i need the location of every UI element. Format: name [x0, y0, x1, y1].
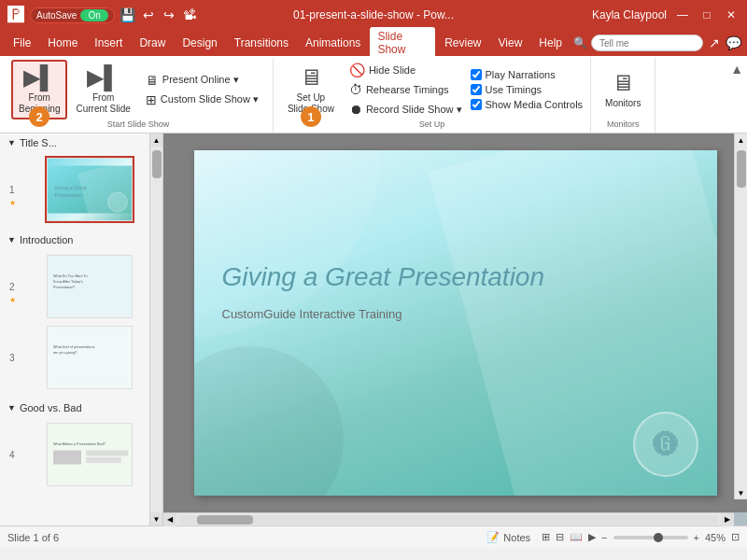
search-icon: 🔍: [573, 36, 587, 49]
section-arrow-2: ▼: [7, 235, 16, 245]
slide-panel-content: ▼ Title S... 1 ★: [0, 133, 162, 488]
monitors-buttons: 🖥 Monitors: [599, 60, 647, 119]
redo-icon[interactable]: ↪: [162, 7, 176, 22]
slide-4-thumb[interactable]: What Makes a Presentation Bad?: [45, 421, 134, 488]
scroll-thumb[interactable]: [152, 150, 162, 178]
monitors-label: Monitors: [605, 98, 641, 109]
setup-group-label: Set Up: [419, 119, 445, 131]
slide-4-preview: What Makes a Presentation Bad?: [47, 423, 133, 486]
canvas-v-scrollbar[interactable]: ▲ ▼: [734, 133, 747, 499]
monitors-button[interactable]: 🖥 Monitors: [599, 60, 647, 119]
menu-file[interactable]: File: [6, 34, 38, 52]
start-slideshow-buttons: ▶▌ FromBeginning 2 ▶▌ FromCurrent Slide …: [11, 60, 265, 119]
section-arrow-1: ▼: [7, 138, 16, 147]
section-title-s[interactable]: ▼ Title S...: [0, 133, 149, 152]
show-media-item[interactable]: Show Media Controls: [471, 98, 584, 111]
canvas-scroll-thumb[interactable]: [737, 150, 746, 188]
zoom-slider[interactable]: [613, 536, 688, 539]
fit-page-button[interactable]: ⊡: [731, 531, 740, 543]
title-bar-center: 01-present-a-slide-show - Pow...: [293, 8, 454, 21]
view-reading-icon[interactable]: 📖: [570, 531, 583, 543]
status-left: Slide 1 of 6: [7, 532, 59, 543]
menu-draw[interactable]: Draw: [132, 34, 173, 52]
slide-3-container: 3 What kind of presentations are you giv…: [26, 324, 142, 391]
svg-text:What kind of presentations: What kind of presentations: [53, 345, 95, 349]
zoom-thumb[interactable]: [654, 533, 663, 542]
close-button[interactable]: ✕: [723, 7, 740, 23]
slide-2-thumb[interactable]: What Do You Want To Know After Today's P…: [45, 253, 134, 320]
save-icon[interactable]: 💾: [120, 7, 135, 22]
present-icon[interactable]: 📽: [182, 7, 197, 22]
svg-rect-14: [53, 451, 81, 465]
h-scroll-right[interactable]: ▶: [721, 513, 734, 526]
custom-slide-icon: ⊞: [146, 92, 157, 107]
autosave-badge[interactable]: AutoSave On: [30, 7, 115, 23]
zoom-level: 45%: [705, 532, 726, 543]
collapse-ribbon-button[interactable]: ▲: [730, 62, 743, 77]
scroll-up-button[interactable]: ▲: [150, 133, 163, 147]
menu-view[interactable]: View: [491, 34, 530, 52]
h-scroll-track[interactable]: [178, 515, 719, 525]
menu-insert[interactable]: Insert: [87, 34, 130, 52]
menu-transitions[interactable]: Transitions: [227, 34, 296, 52]
play-narrations-label: Play Narrations: [486, 69, 556, 80]
svg-text:Know After Today's: Know After Today's: [53, 280, 83, 284]
play-narrations-item[interactable]: Play Narrations: [471, 68, 584, 81]
badge-2: 2: [29, 106, 49, 127]
slide-info: Slide 1 of 6: [7, 532, 59, 543]
autosave-toggle[interactable]: On: [80, 9, 107, 21]
view-normal-icon[interactable]: ⊞: [542, 531, 550, 543]
menu-animations[interactable]: Animations: [298, 34, 368, 52]
use-timings-checkbox[interactable]: [471, 84, 482, 95]
svg-text:Presentation?: Presentation?: [53, 286, 75, 289]
notes-button[interactable]: 📝 Notes: [481, 529, 536, 545]
start-slideshow-group-label: Start Slide Show: [107, 119, 170, 131]
slide-title: Giving a Great Presentation: [222, 262, 698, 292]
slide-logo: 🅖: [633, 412, 698, 477]
rehearse-icon: ⏱: [349, 82, 362, 97]
section-good-vs-bad[interactable]: ▼ Good vs. Bad: [0, 399, 149, 417]
share-icon[interactable]: ↗: [709, 35, 720, 50]
menu-bar: File Home Insert Draw Design Transitions…: [0, 30, 747, 56]
custom-slide-show-button[interactable]: ⊞ Custom Slide Show ▾: [139, 91, 265, 109]
from-current-label: FromCurrent Slide: [76, 92, 130, 115]
h-scroll-thumb[interactable]: [197, 515, 253, 525]
section-introduction[interactable]: ▼ Introduction: [0, 231, 149, 249]
menu-slideshow[interactable]: Slide Show: [370, 27, 435, 59]
hide-slide-button[interactable]: 🚫 Hide Slide: [343, 61, 469, 79]
menu-home[interactable]: Home: [40, 34, 85, 52]
present-online-group: 🖥 Present Online ▾ ⊞ Custom Slide Show ▾: [139, 71, 265, 109]
show-media-checkbox[interactable]: [471, 99, 482, 110]
canvas-scroll-down[interactable]: ▼: [735, 486, 748, 499]
present-online-button[interactable]: 🖥 Present Online ▾: [139, 71, 265, 90]
comment-icon[interactable]: 💬: [726, 35, 741, 50]
h-scroll-left[interactable]: ◀: [163, 513, 176, 526]
from-current-slide-button[interactable]: ▶▌ FromCurrent Slide: [69, 60, 136, 119]
search-input[interactable]: [591, 35, 703, 51]
menu-design[interactable]: Design: [175, 34, 224, 52]
view-presenter-icon[interactable]: ▶: [588, 531, 596, 543]
play-narrations-checkbox[interactable]: [471, 69, 482, 80]
svg-rect-16: [86, 457, 121, 463]
slide-3-thumb[interactable]: What kind of presentations are you givin…: [45, 324, 134, 391]
menu-help[interactable]: Help: [531, 34, 570, 52]
scroll-down-button[interactable]: ▼: [150, 512, 163, 525]
rehearse-timings-button[interactable]: ⏱ Rehearse Timings: [343, 80, 469, 99]
maximize-button[interactable]: □: [698, 7, 715, 23]
minimize-button[interactable]: —: [674, 7, 691, 23]
setup-icon: 🖥: [300, 64, 322, 91]
zoom-minus-button[interactable]: −: [601, 532, 607, 543]
record-slide-show-button[interactable]: ⏺ Record Slide Show ▾: [343, 100, 469, 119]
canvas-scroll-up[interactable]: ▲: [735, 133, 748, 147]
undo-icon[interactable]: ↩: [141, 7, 156, 22]
slide-panel-scrollbar[interactable]: ▲ ▼: [149, 133, 162, 525]
present-online-icon: 🖥: [146, 73, 159, 88]
view-slide-sorter-icon[interactable]: ⊟: [556, 531, 564, 543]
svg-rect-15: [86, 451, 128, 456]
use-timings-item[interactable]: Use Timings: [471, 83, 584, 96]
zoom-plus-button[interactable]: +: [694, 532, 699, 543]
section-title-1-label: Title S...: [20, 137, 57, 148]
from-current-icon: ▶▌: [87, 64, 120, 91]
menu-review[interactable]: Review: [437, 34, 488, 52]
slide-1-thumb[interactable]: Giving a Great Presentation: [45, 156, 134, 223]
